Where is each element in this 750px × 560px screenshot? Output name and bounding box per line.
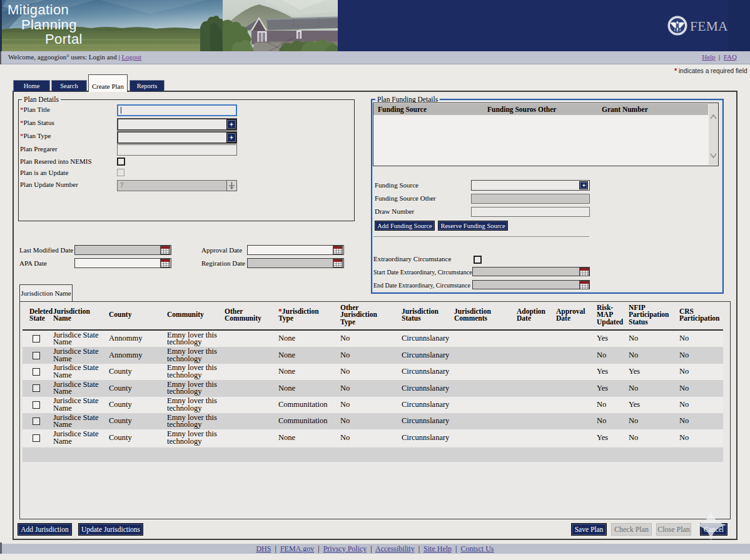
svg-text:FEMA: FEMA: [690, 19, 728, 34]
